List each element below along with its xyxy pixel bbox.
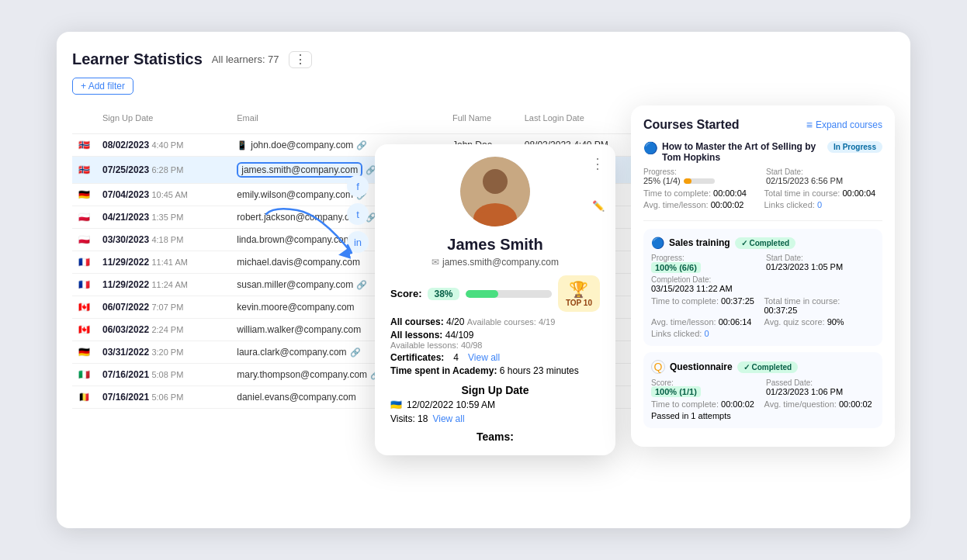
country-flag: 🇳🇴 xyxy=(78,140,90,150)
edit-icon[interactable]: ✏️ xyxy=(592,200,605,212)
flag-cell: 🇵🇱 xyxy=(72,206,96,229)
country-flag: 🇨🇦 xyxy=(78,324,90,335)
signup-date-cell: 06/07/2022 7:07 PM xyxy=(96,296,230,319)
signup-date-cell: 07/16/2021 5:08 PM xyxy=(96,364,230,386)
country-flag: 🇫🇷 xyxy=(78,257,90,268)
course-1-name: How to Master the Art of Selling by Tom … xyxy=(662,141,827,163)
expand-courses-button[interactable]: ≡ Expand courses xyxy=(806,119,882,131)
flag-cell: 🇫🇷 xyxy=(72,274,96,296)
flag-cell: 🇫🇷 xyxy=(72,251,96,274)
signup-date-cell: 11/29/2022 11:24 AM xyxy=(96,274,230,296)
detail-stats: All courses: 4/20 Available courses: 4/1… xyxy=(390,316,600,376)
flag-cell: 🇮🇹 xyxy=(72,364,96,386)
email-highlighted: james.smith@company.com xyxy=(237,162,362,178)
view-all-certs-link[interactable]: View all xyxy=(468,352,500,363)
twitter-button[interactable]: t xyxy=(347,203,369,225)
quest-icon: Q xyxy=(651,360,665,374)
facebook-button[interactable]: f xyxy=(347,175,369,197)
course-1-details: Time to complete: 00:00:04 Total time in… xyxy=(643,188,882,209)
trophy-label: TOP 10 xyxy=(566,299,592,307)
panel-more-button[interactable]: ⋮ xyxy=(591,155,605,172)
country-flag: 🇳🇴 xyxy=(78,164,90,175)
stat-certificates: Certificates: 4 View all xyxy=(390,352,600,363)
flag-cell: 🇧🇪 xyxy=(72,386,96,409)
signup-date-cell: 07/25/2023 6:28 PM xyxy=(96,157,230,184)
link-icon[interactable]: 🔗 xyxy=(356,140,367,150)
linkedin-button[interactable]: in xyxy=(347,231,369,253)
signup-flag: 🇺🇦 xyxy=(390,399,402,410)
signup-row: 🇺🇦 12/02/2022 10:59 AM xyxy=(390,399,600,410)
country-flag: 🇩🇪 xyxy=(78,189,90,200)
country-flag: 🇵🇱 xyxy=(78,234,90,245)
score-bar xyxy=(466,290,552,298)
flag-cell: 🇨🇦 xyxy=(72,296,96,319)
learner-count: All learners: 77 xyxy=(212,54,279,65)
country-flag: 🇮🇹 xyxy=(78,369,90,380)
flag-cell: 🇵🇱 xyxy=(72,229,96,251)
score-label: Score: xyxy=(390,288,421,299)
sales-status: ✓ Completed xyxy=(735,237,795,249)
flag-cell: 🇨🇦 xyxy=(72,319,96,341)
view-all-visits-link[interactable]: View all xyxy=(432,413,464,424)
signup-date-cell: 06/03/2022 2:24 PM xyxy=(96,319,230,341)
signup-date-cell: 07/04/2023 10:45 AM xyxy=(96,184,230,206)
add-filter-button[interactable]: + Add filter xyxy=(72,78,133,95)
course-1-meta: Progress: 25% (1/4) Start Date: 02/15/20… xyxy=(643,168,882,185)
country-flag: 🇵🇱 xyxy=(78,212,90,223)
visits-label: Visits: 18 xyxy=(390,413,428,424)
col-flag xyxy=(72,105,96,134)
course-1-status: In Progress xyxy=(827,141,882,153)
course-1-icon: 🔵 xyxy=(643,141,658,155)
link-icon[interactable]: 🔗 xyxy=(350,347,361,358)
flag-cell: 🇩🇪 xyxy=(72,341,96,364)
stat-all-courses: All courses: 4/20 Available courses: 4/1… xyxy=(390,316,600,327)
signup-date-section: Sign Up Date 🇺🇦 12/02/2022 10:59 AM Visi… xyxy=(390,384,600,424)
flag-cell: 🇩🇪 xyxy=(72,184,96,206)
expand-icon: ≡ xyxy=(806,119,813,131)
detail-panel-inner: ✏️ James Smith ✉ james.smith@company.com… xyxy=(375,144,615,443)
page-title: Learner Statistics xyxy=(72,50,203,68)
quest-name: Questionnaire xyxy=(670,361,733,372)
detail-name: James Smith xyxy=(390,236,600,254)
more-options-button[interactable]: ⋮ xyxy=(289,51,312,68)
detail-email: james.smith@company.com xyxy=(442,257,559,268)
link-icon[interactable]: 🔗 xyxy=(356,280,367,290)
sub-course-sales: 🔵 Sales training ✓ Completed Progress: 1… xyxy=(643,229,882,346)
signup-date-cell: 11/29/2022 11:41 AM xyxy=(96,251,230,274)
signup-date-cell: 03/31/2022 3:20 PM xyxy=(96,341,230,364)
courses-header: Courses Started ≡ Expand courses xyxy=(643,118,882,132)
stat-time: Time spent in Academy: 6 hours 23 minute… xyxy=(390,365,600,376)
signup-date: 12/02/2022 10:59 AM xyxy=(407,399,495,410)
header-row: Learner Statistics All learners: 77 ⋮ xyxy=(72,50,895,68)
sales-icon: 🔵 xyxy=(651,237,664,249)
flag-cell: 🇳🇴 xyxy=(72,157,96,184)
trophy-badge: 🏆 TOP 10 xyxy=(558,275,600,312)
country-flag: 🇫🇷 xyxy=(78,279,90,290)
courses-title: Courses Started xyxy=(643,118,740,132)
courses-panel: Courses Started ≡ Expand courses 🔵 How t… xyxy=(631,105,895,447)
country-flag: 🇧🇪 xyxy=(78,392,90,403)
signup-date-cell: 08/02/2023 4:40 PM xyxy=(96,134,230,157)
signup-date-cell: 07/16/2021 5:06 PM xyxy=(96,386,230,409)
detail-email-row: ✉ james.smith@company.com xyxy=(390,257,600,268)
detail-panel: f t in ⋮ ✏️ Jam xyxy=(375,144,615,455)
sales-name: Sales training xyxy=(669,237,730,248)
stat-all-lessons: All lessons: 44/109 Available lessons: 4… xyxy=(390,330,600,350)
col-email: Email xyxy=(230,105,446,134)
quest-status: ✓ Completed xyxy=(737,361,798,373)
country-flag: 🇩🇪 xyxy=(78,347,90,358)
country-flag: 🇨🇦 xyxy=(78,302,90,313)
score-row: Score: 38% 🏆 TOP 10 xyxy=(390,275,600,312)
signup-date-cell: 04/21/2023 1:35 PM xyxy=(96,206,230,229)
email-icon: ✉ xyxy=(432,257,439,268)
score-badge: 38% xyxy=(428,288,459,300)
avatar xyxy=(460,157,530,226)
table-section: Sign Up Date Email Full Name Last Login … xyxy=(72,105,895,409)
mobile-icon: 📱 xyxy=(237,140,248,150)
main-card: Learner Statistics All learners: 77 ⋮ + … xyxy=(57,32,910,528)
col-fullname: Full Name xyxy=(446,105,518,134)
col-signup-date: Sign Up Date xyxy=(96,105,230,134)
svg-point-1 xyxy=(483,169,508,194)
sub-course-questionnaire: Q Questionnaire ✓ Completed Score: 100% … xyxy=(643,352,882,428)
social-icons: f t in xyxy=(347,175,369,253)
